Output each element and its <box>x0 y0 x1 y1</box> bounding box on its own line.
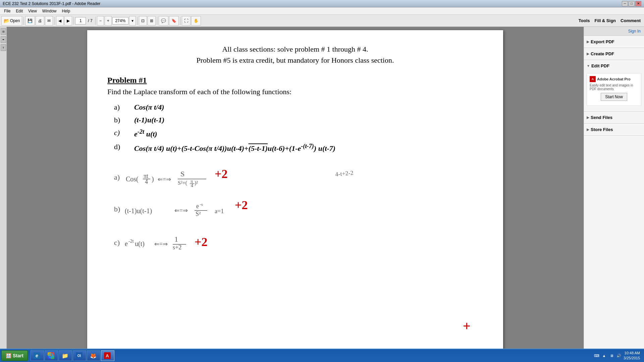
tray-keyboard-icon: ⌨ <box>594 353 599 358</box>
create-pdf-section: ▶ Create PDF <box>584 48 644 60</box>
tray-volume-icon: 🔊 <box>616 353 622 358</box>
part-a-row: a) Cos(π t/4) <box>114 103 483 112</box>
tools-button[interactable]: Tools <box>577 16 592 25</box>
part-c-content: e-2t u(t) <box>134 128 157 138</box>
fit-width-button[interactable]: ⊞ <box>148 16 156 25</box>
store-files-button[interactable]: ▶ Store Files <box>587 126 641 133</box>
page-total: / 7 <box>87 18 94 23</box>
pdf-header: All class sections: solve problem # 1 th… <box>107 44 483 66</box>
part-d-label: d) <box>114 142 134 151</box>
stamp-button[interactable]: 🔖 <box>169 16 179 25</box>
sign-in-link[interactable]: Sign In <box>628 29 641 34</box>
svg-text:+2: +2 <box>195 235 208 249</box>
zoom-out-button[interactable]: − <box>97 16 104 25</box>
adobe-acrobat-desc: Easily edit text and images in PDF docum… <box>590 83 638 91</box>
tray-arrow-icon: ▲ <box>601 353 607 358</box>
start-button[interactable]: 🪟 Start <box>1 350 28 361</box>
svg-text:πt: πt <box>144 173 148 179</box>
maximize-button[interactable]: □ <box>629 1 635 6</box>
zoom-in-button[interactable]: + <box>105 16 112 25</box>
left-tool-3[interactable]: T <box>1 44 6 51</box>
part-b-label: b) <box>114 116 134 124</box>
email-button[interactable]: ✉ <box>45 16 53 25</box>
toolbar-separator-7 <box>180 17 180 25</box>
save-button[interactable]: 💾 <box>25 16 35 25</box>
header-line-2: Problem #5 is extra credit, but mandator… <box>107 55 483 66</box>
page-number-input[interactable] <box>75 17 86 24</box>
taskbar-outlook[interactable]: Ol <box>73 350 86 361</box>
problem-intro: Find the Laplace transform of each of th… <box>107 87 483 96</box>
right-panel: Sign In ▶ Export PDF ▶ Create PDF ▼ Edit… <box>584 27 644 349</box>
comment-button[interactable]: Comment <box>619 16 643 25</box>
taskbar-chrome[interactable]: 🌐 <box>45 350 58 361</box>
toolbar: 📂 Open 💾 🖨 ✉ ◀ ▶ / 7 − + ▾ ⊡ ⊞ 💬 🔖 ⛶ ✋ T… <box>0 15 644 27</box>
toolbar-separator-5 <box>137 17 138 25</box>
taskbar-adobe[interactable]: A <box>101 350 114 361</box>
print-button[interactable]: 🖨 <box>36 16 44 25</box>
edit-pdf-button[interactable]: ▼ Edit PDF <box>587 62 641 70</box>
menu-file[interactable]: File <box>1 8 13 14</box>
minimize-button[interactable]: ─ <box>622 1 628 6</box>
date-value: 3/25/2015 <box>624 356 640 361</box>
fullscreen-button[interactable]: ⛶ <box>182 16 191 25</box>
svg-text:e: e <box>125 240 128 247</box>
fill-sign-button[interactable]: Fill & Sign <box>592 16 618 25</box>
svg-text:π: π <box>191 179 193 184</box>
left-tool-1[interactable]: ⊟ <box>1 28 6 35</box>
menu-help[interactable]: Help <box>59 8 73 14</box>
svg-text:b): b) <box>114 205 120 213</box>
create-pdf-button[interactable]: ▶ Create PDF <box>587 50 641 58</box>
toolbar-separator-2 <box>54 17 55 25</box>
problem-parts: a) Cos(π t/4) b) (t-1)u(t-1) c) e <box>107 103 483 153</box>
svg-text:+2: +2 <box>235 198 248 212</box>
send-files-section: ▶ Send Files <box>584 112 644 124</box>
store-files-section: ▶ Store Files <box>584 124 644 136</box>
hand-tool-button[interactable]: ✋ <box>191 16 201 25</box>
toolbar-separator-3 <box>73 17 74 25</box>
svg-text:⇐=⇒: ⇐=⇒ <box>158 176 171 183</box>
zoom-dropdown[interactable]: ▾ <box>129 16 136 25</box>
svg-text:u(t): u(t) <box>135 240 145 248</box>
svg-text:-s: -s <box>200 202 203 207</box>
send-files-button[interactable]: ▶ Send Files <box>587 114 641 121</box>
start-now-button[interactable]: Start Now <box>601 93 627 101</box>
title-bar: ECE 232 Test 2 Solutions 2013F-1.pdf - A… <box>0 0 644 7</box>
svg-text:a=1: a=1 <box>215 208 224 215</box>
toolbar-separator-6 <box>157 17 157 25</box>
part-b-content: (t-1)u(t-1) <box>134 116 164 124</box>
taskbar-apps: e 🌐 📁 Ol 🦊 A <box>31 350 591 361</box>
svg-text:S: S <box>180 170 184 178</box>
comment-bubble-button[interactable]: 💬 <box>159 16 168 25</box>
taskbar-explorer[interactable]: 📁 <box>59 350 72 361</box>
left-sidebar: ⊟ ✒ T <box>0 27 7 349</box>
forward-button[interactable]: ▶ <box>64 16 72 25</box>
menu-view[interactable]: View <box>25 8 40 14</box>
back-button[interactable]: ◀ <box>56 16 64 25</box>
menu-edit[interactable]: Edit <box>13 8 25 14</box>
svg-text:S²: S² <box>196 210 201 217</box>
menu-window[interactable]: Window <box>40 8 59 14</box>
part-d-row: d) Cos(π t/4) u(t)+(5-t-Cos(π t/4))u(t-4… <box>114 142 483 153</box>
svg-text:(t-1)u(t-1): (t-1)u(t-1) <box>125 207 152 215</box>
window-controls: ─ □ ✕ <box>622 1 641 6</box>
taskbar-ie[interactable]: e <box>31 350 44 361</box>
pdf-area[interactable]: All class sections: solve problem # 1 th… <box>7 27 584 349</box>
main-area: ⊟ ✒ T All class sections: solve problem … <box>0 27 644 349</box>
svg-text:Cos(: Cos( <box>126 175 139 183</box>
zoom-input[interactable] <box>112 17 128 24</box>
fit-page-button[interactable]: ⊡ <box>139 16 147 25</box>
left-tool-2[interactable]: ✒ <box>1 36 6 43</box>
header-line-1: All class sections: solve problem # 1 th… <box>107 44 483 55</box>
svg-text:-2t: -2t <box>128 239 134 244</box>
export-pdf-button[interactable]: ▶ Export PDF <box>587 38 641 46</box>
adobe-acrobat-promo: A Adobe Acrobat Pro Easily edit text and… <box>587 73 641 106</box>
part-a-label: a) <box>114 103 134 112</box>
part-d-content: Cos(π t/4) u(t)+(5-t-Cos(π t/4))u(t-4)+(… <box>134 142 335 153</box>
edit-pdf-section: ▼ Edit PDF A Adobe Acrobat Pro Easily ed… <box>584 60 644 112</box>
close-button[interactable]: ✕ <box>635 1 641 6</box>
svg-text:4: 4 <box>191 183 193 188</box>
open-button[interactable]: 📂 Open <box>1 16 22 25</box>
title-bar-text: ECE 232 Test 2 Solutions 2013F-1.pdf - A… <box>3 1 100 6</box>
taskbar-firefox[interactable]: 🦊 <box>87 350 100 361</box>
pdf-page: All class sections: solve problem # 1 th… <box>87 30 503 349</box>
